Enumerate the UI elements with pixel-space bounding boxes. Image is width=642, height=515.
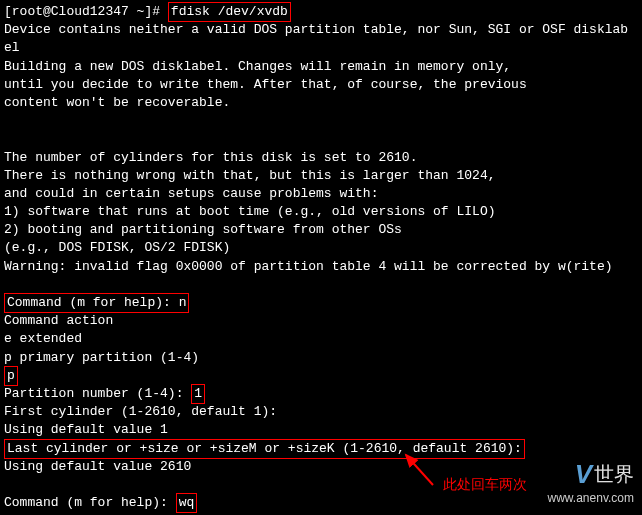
lastcyl-box: Last cylinder or +size or +sizeM or +siz… <box>4 439 525 459</box>
command-line: Command (m for help): wq <box>4 494 638 512</box>
output-line: and could in certain setups cause proble… <box>4 185 638 203</box>
shell-prompt: [root@Cloud12347 ~]# <box>4 4 168 19</box>
cmd-n-box: Command (m for help): n <box>4 293 189 313</box>
command-box: fdisk /dev/xvdb <box>168 2 291 22</box>
cmd-prompt: Command (m for help): <box>4 495 176 510</box>
prompt-line: [root@Cloud12347 ~]# fdisk /dev/xvdb <box>4 3 638 21</box>
output-line: Using default value 1 <box>4 421 638 439</box>
partnum-box: 1 <box>191 384 205 404</box>
partition-num-line: Partition number (1-4): 1 <box>4 385 638 403</box>
output-line: content won't be recoverable. <box>4 94 638 112</box>
output-line: Using default value 2610 <box>4 458 638 476</box>
output-line: Device contains neither a valid DOS part… <box>4 21 638 39</box>
output-line: 2) booting and partitioning software fro… <box>4 221 638 239</box>
p-box: p <box>4 366 18 386</box>
lastcyl-line: Last cylinder or +size or +sizeM or +siz… <box>4 440 638 458</box>
output-line: Command action <box>4 312 638 330</box>
command-line: Command (m for help): n <box>4 294 638 312</box>
wq-box: wq <box>176 493 198 513</box>
cmd-prompt: Command (m for help): <box>7 295 179 310</box>
annotation-text: 此处回车两次 <box>443 475 527 495</box>
output-line: el <box>4 39 638 57</box>
output-line: until you decide to write them. After th… <box>4 76 638 94</box>
output-line: e extended <box>4 330 638 348</box>
partnum-prompt: Partition number (1-4): <box>4 386 191 401</box>
cmd-input: n <box>179 295 187 310</box>
output-line: p primary partition (1-4) <box>4 349 638 367</box>
blank-line <box>4 476 638 494</box>
blank-line <box>4 130 638 148</box>
output-line: Building a new DOS disklabel. Changes wi… <box>4 58 638 76</box>
output-line: The number of cylinders for this disk is… <box>4 149 638 167</box>
output-line: 1) software that runs at boot time (e.g.… <box>4 203 638 221</box>
blank-line <box>4 276 638 294</box>
warning-line: Warning: invalid flag 0x0000 of partitio… <box>4 258 638 276</box>
partition-type-line: p <box>4 367 638 385</box>
blank-line <box>4 112 638 130</box>
output-line: (e.g., DOS FDISK, OS/2 FDISK) <box>4 239 638 257</box>
output-line: There is nothing wrong with that, but th… <box>4 167 638 185</box>
output-line: First cylinder (1-2610, default 1): <box>4 403 638 421</box>
